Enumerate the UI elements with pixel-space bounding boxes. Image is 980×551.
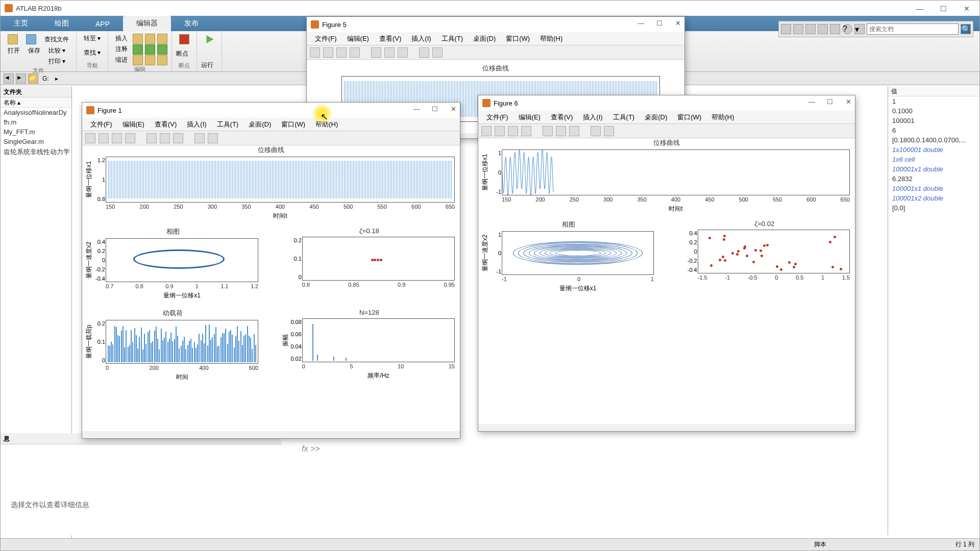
link-icon[interactable] xyxy=(146,133,157,143)
save-figure-icon[interactable] xyxy=(336,47,347,58)
figure-5-close[interactable]: ✕ xyxy=(673,18,682,28)
figure-menu-item[interactable]: 插入(I) xyxy=(182,120,211,129)
workspace-value[interactable]: 100001x1 double xyxy=(888,184,979,193)
new-figure-icon[interactable] xyxy=(85,133,95,143)
folder-icon[interactable]: 📁 xyxy=(28,73,38,84)
workspace-value[interactable]: 1 xyxy=(888,96,979,106)
figure-menu-item[interactable]: 文件(F) xyxy=(310,34,342,43)
figure-menu-item[interactable]: 桌面(D) xyxy=(468,34,501,43)
qa-save-icon[interactable] xyxy=(781,24,791,34)
figure-menu-item[interactable]: 文件(F) xyxy=(481,113,513,122)
comment-button[interactable]: 注释 xyxy=(112,44,131,55)
new-figure-icon[interactable] xyxy=(481,126,492,136)
print-figure-icon[interactable] xyxy=(521,126,531,136)
fwd-icon[interactable]: ► xyxy=(16,73,26,84)
figure-1-maximize[interactable]: ☐ xyxy=(430,104,439,113)
open-figure-icon[interactable] xyxy=(99,133,109,143)
colorbar-icon[interactable] xyxy=(556,126,566,136)
print-figure-icon[interactable] xyxy=(350,47,360,58)
figure-menu-item[interactable]: 编辑(E) xyxy=(117,120,150,129)
main-maximize-button[interactable]: ☐ xyxy=(932,2,955,16)
back-icon[interactable]: ◄ xyxy=(4,73,14,84)
figure-6-window[interactable]: Figure 6 — ☐ ✕ 文件(F)编辑(E)查看(V)插入(I)工具(T)… xyxy=(478,95,855,432)
figure-menu-item[interactable]: 插入(I) xyxy=(406,34,436,43)
figure-menu-item[interactable]: 工具(T) xyxy=(436,34,469,43)
new-figure-icon[interactable] xyxy=(310,47,320,58)
colorbar-icon[interactable] xyxy=(160,133,170,143)
workspace-value[interactable]: [0,0] xyxy=(888,203,979,213)
pointer-icon[interactable] xyxy=(591,126,601,136)
insert-text-icon[interactable] xyxy=(432,47,443,58)
figure-menu-item[interactable]: 文件(F) xyxy=(85,120,117,129)
qa-paste-icon[interactable] xyxy=(818,24,828,34)
find-button[interactable]: 查找 ▾ xyxy=(81,47,104,58)
workspace-value[interactable]: 1x100001 double xyxy=(888,145,979,155)
figure-menu-item[interactable]: 工具(T) xyxy=(212,120,244,129)
file-item[interactable]: fh.m xyxy=(1,117,71,127)
workspace-value[interactable]: 100001x1 double xyxy=(888,164,979,174)
qa-dropdown-icon[interactable]: ▾ xyxy=(854,24,865,34)
tab-plots[interactable]: 绘图 xyxy=(41,16,82,31)
figure-1-menubar[interactable]: 文件(F)编辑(E)查看(V)插入(I)工具(T)桌面(D)窗口(W)帮助(H) xyxy=(82,118,460,131)
figure-5-minimize[interactable]: — xyxy=(636,18,646,28)
legend-icon[interactable] xyxy=(398,47,408,58)
legend-icon[interactable] xyxy=(569,126,579,136)
workspace-value[interactable]: 1x6 cell xyxy=(888,155,979,164)
insert-button[interactable]: 插入 xyxy=(112,33,131,44)
find-files-button[interactable]: 查找文件 xyxy=(41,34,72,45)
figure-1-titlebar[interactable]: Figure 1 — ☐ ✕ xyxy=(82,103,460,118)
qa-cut-icon[interactable] xyxy=(793,24,803,34)
figure-6-minimize[interactable]: — xyxy=(807,97,816,106)
insert-text-icon[interactable] xyxy=(208,133,218,143)
open-figure-icon[interactable] xyxy=(495,126,505,136)
figure-5-titlebar[interactable]: Figure 5 — ☐ ✕ xyxy=(307,17,684,32)
workspace-value[interactable]: 6.2832 xyxy=(888,174,979,184)
figure-menu-item[interactable]: 桌面(D) xyxy=(243,120,276,129)
print-figure-icon[interactable] xyxy=(125,133,135,143)
save-button[interactable] xyxy=(23,33,39,45)
figure-menu-item[interactable]: 桌面(D) xyxy=(640,113,672,122)
qa-help-icon[interactable]: ? xyxy=(842,24,852,34)
link-icon[interactable] xyxy=(543,126,553,136)
print-button[interactable]: 打印 ▾ xyxy=(45,56,68,67)
workspace-value[interactable]: 100001 xyxy=(888,116,979,126)
main-close-button[interactable]: ✕ xyxy=(955,2,978,16)
figure-6-toolbar[interactable] xyxy=(478,124,855,138)
figure-menu-item[interactable]: 查看(V) xyxy=(546,113,578,122)
addr-drive[interactable]: G: xyxy=(40,74,51,83)
figure-1-minimize[interactable]: — xyxy=(412,104,421,113)
figure-menu-item[interactable]: 帮助(H) xyxy=(706,113,739,122)
figure-6-titlebar[interactable]: Figure 6 — ☐ ✕ xyxy=(478,95,855,111)
workspace-value[interactable]: [0.1800,0.1400,0.0700,... xyxy=(888,135,979,145)
figure-menu-item[interactable]: 编辑(E) xyxy=(513,113,546,122)
workspace-value-column[interactable]: 值 xyxy=(888,86,979,96)
workspace-value[interactable]: 0.1000 xyxy=(888,106,979,116)
legend-icon[interactable] xyxy=(173,133,183,143)
open-figure-icon[interactable] xyxy=(323,47,333,58)
figure-menu-item[interactable]: 查看(V) xyxy=(374,34,406,43)
file-item[interactable]: 齿轮系统非线性动力学 xyxy=(1,146,71,158)
goto-button[interactable]: 转至 ▾ xyxy=(81,33,104,44)
indent-button[interactable]: 缩进 xyxy=(112,55,131,65)
search-input[interactable] xyxy=(867,23,959,35)
save-figure-icon[interactable] xyxy=(508,126,518,136)
breakpoint-button[interactable] xyxy=(176,33,192,45)
qa-undo-icon[interactable] xyxy=(830,24,840,34)
folder-name-column[interactable]: 名称 ▴ xyxy=(1,97,71,108)
figure-menu-item[interactable]: 帮助(H) xyxy=(535,34,568,43)
figure-1-window[interactable]: Figure 1 — ☐ ✕ 文件(F)编辑(E)查看(V)插入(I)工具(T)… xyxy=(82,102,460,439)
file-item[interactable]: SingleGear.m xyxy=(1,137,71,146)
figure-5-maximize[interactable]: ☐ xyxy=(655,18,664,28)
workspace-value[interactable]: 100001x2 double xyxy=(888,193,979,203)
figure-menu-item[interactable]: 工具(T) xyxy=(608,113,640,122)
colorbar-icon[interactable] xyxy=(384,47,395,58)
open-button[interactable] xyxy=(5,33,21,45)
workspace-value[interactable]: 6 xyxy=(888,126,979,135)
figure-1-close[interactable]: ✕ xyxy=(449,104,458,113)
tab-editor[interactable]: 编辑器 xyxy=(123,16,171,31)
figure-5-toolbar[interactable] xyxy=(307,45,684,60)
file-item[interactable]: AnalysisofNolinearDy xyxy=(1,108,71,117)
figure-menu-item[interactable]: 编辑(E) xyxy=(342,34,374,43)
command-prompt[interactable]: fx >> xyxy=(302,444,320,454)
figure-5-menubar[interactable]: 文件(F)编辑(E)查看(V)插入(I)工具(T)桌面(D)窗口(W)帮助(H) xyxy=(307,32,684,45)
